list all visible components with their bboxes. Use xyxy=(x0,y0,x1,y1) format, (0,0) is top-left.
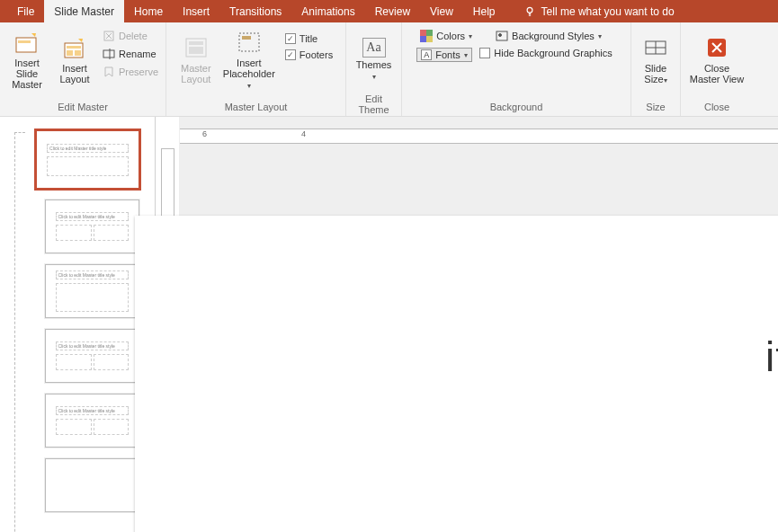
preserve-icon xyxy=(103,66,115,78)
label: Slide Size▾ xyxy=(644,63,666,84)
tell-me[interactable]: Tell me what you want to do xyxy=(523,5,675,18)
size-group-label: Size xyxy=(646,101,665,114)
svg-rect-6 xyxy=(75,50,81,56)
edit-master-group-label: Edit Master xyxy=(58,101,108,114)
edit-theme-group-label: Edit Theme xyxy=(350,93,398,117)
svg-rect-14 xyxy=(420,30,426,36)
svg-rect-17 xyxy=(426,36,433,42)
tab-file[interactable]: File xyxy=(7,0,44,22)
svg-rect-8 xyxy=(103,50,114,58)
background-styles-button[interactable]: Background Styles▾ xyxy=(492,28,605,44)
bg-styles-icon xyxy=(496,31,508,41)
master-title-placeholder[interactable]: it Maste xyxy=(765,332,778,381)
edit-area[interactable]: 6 4 it Maste o edit Master subtit xyxy=(180,117,778,532)
tab-insert[interactable]: Insert xyxy=(173,0,219,22)
label: Close Master View xyxy=(690,63,744,84)
close-group-label: Close xyxy=(704,101,729,114)
tab-home[interactable]: Home xyxy=(124,0,173,22)
footers-checkbox[interactable]: ✓Footers xyxy=(282,48,336,62)
close-master-view-button[interactable]: Close Master View xyxy=(685,26,748,93)
svg-rect-5 xyxy=(67,50,73,56)
tell-me-label: Tell me what you want to do xyxy=(541,5,675,18)
insert-placeholder-button[interactable]: Insert Placeholder ▾ xyxy=(220,26,278,93)
slide-size-button[interactable]: Slide Size▾ xyxy=(635,26,676,93)
lightbulb-icon xyxy=(523,5,536,18)
delete-icon xyxy=(103,30,115,42)
svg-rect-13 xyxy=(242,36,251,40)
thumbnail-pane[interactable]: Click to edit Master title style Click t… xyxy=(0,117,156,532)
themes-button[interactable]: Aa Themes▾ xyxy=(353,26,395,93)
tab-bar: File Slide Master Home Insert Transition… xyxy=(0,0,778,22)
colors-button[interactable]: Colors▾ xyxy=(416,28,476,44)
label: Insert Slide Master xyxy=(4,58,50,90)
master-thumbnail[interactable]: Click to edit Master title style xyxy=(36,130,155,189)
label: Insert Layout xyxy=(59,63,89,84)
tab-animations[interactable]: Animations xyxy=(291,0,364,22)
tab-review[interactable]: Review xyxy=(365,0,420,22)
svg-rect-15 xyxy=(426,30,433,36)
slide-master-icon xyxy=(14,29,40,56)
layout-connector xyxy=(14,132,25,532)
rename-icon xyxy=(103,48,115,60)
tab-transitions[interactable]: Transitions xyxy=(219,0,291,22)
colors-icon xyxy=(420,30,433,42)
svg-rect-10 xyxy=(189,41,203,45)
master-layout-group-label: Master Layout xyxy=(225,101,288,114)
svg-rect-16 xyxy=(420,36,426,42)
ribbon: Insert Slide Master Insert Layout Delete… xyxy=(0,22,778,117)
svg-point-0 xyxy=(527,7,532,13)
label: Themes▾ xyxy=(356,59,392,81)
close-icon xyxy=(704,34,729,61)
svg-rect-11 xyxy=(189,47,203,54)
title-checkbox[interactable]: ✓Title xyxy=(282,31,336,46)
svg-rect-4 xyxy=(67,46,81,49)
svg-rect-1 xyxy=(16,38,36,52)
label: Insert Placeholder ▾ xyxy=(220,58,278,90)
delete-button: Delete xyxy=(99,28,162,44)
background-group-label: Background xyxy=(490,101,543,114)
slide-size-icon xyxy=(643,34,668,61)
tab-slide-master[interactable]: Slide Master xyxy=(44,0,124,22)
tab-view[interactable]: View xyxy=(420,0,463,22)
svg-rect-2 xyxy=(18,40,31,43)
rename-button[interactable]: Rename xyxy=(99,46,162,62)
label: Master Layout xyxy=(181,63,211,84)
layout-icon xyxy=(62,34,87,61)
preserve-button: Preserve xyxy=(99,64,162,80)
svg-rect-18 xyxy=(496,31,507,40)
workspace: Click to edit Master title style Click t… xyxy=(0,117,778,532)
svg-point-19 xyxy=(499,34,502,37)
insert-layout-button[interactable]: Insert Layout xyxy=(54,26,95,93)
slide-canvas[interactable]: it Maste o edit Master subtit xyxy=(135,216,778,532)
themes-icon: Aa xyxy=(362,38,386,58)
master-layout-icon xyxy=(183,34,209,61)
placeholder-icon xyxy=(237,29,262,56)
horizontal-ruler: 6 4 xyxy=(180,129,778,144)
tab-help[interactable]: Help xyxy=(463,0,505,22)
master-layout-button: Master Layout xyxy=(175,26,217,93)
insert-slide-master-button[interactable]: Insert Slide Master xyxy=(4,26,50,93)
hide-bg-checkbox[interactable]: Hide Background Graphics xyxy=(416,46,615,60)
